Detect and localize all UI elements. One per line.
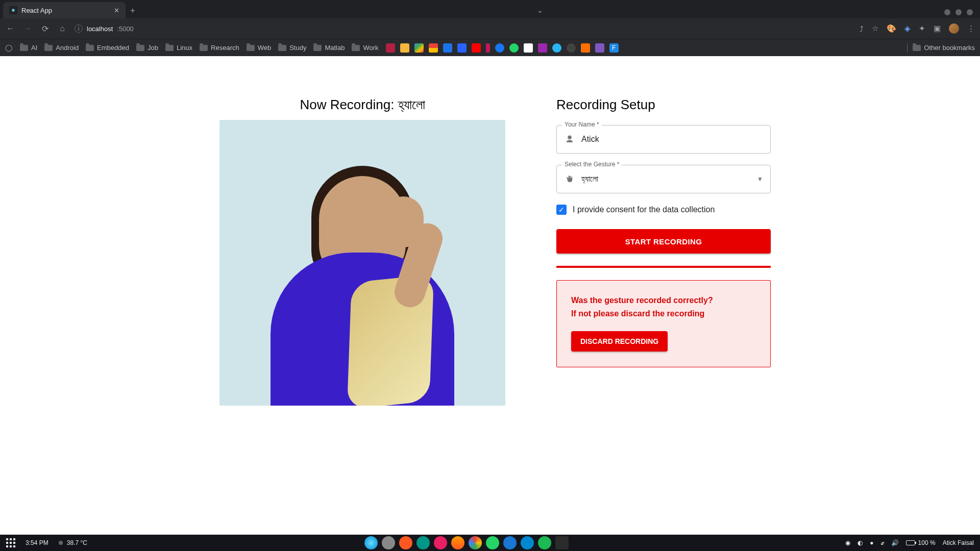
bookmark-folder-matlab[interactable]: Matlab: [313, 44, 345, 52]
bookmark-folder-web[interactable]: Web: [247, 44, 272, 52]
discord-tray-icon[interactable]: ◉: [845, 539, 850, 546]
menu-icon[interactable]: ⋮: [967, 24, 975, 33]
app-launcher-icon[interactable]: [6, 538, 15, 547]
taskbar-app-icon[interactable]: [503, 536, 517, 549]
name-field[interactable]: Your Name *: [556, 125, 771, 154]
separator: [907, 43, 908, 53]
taskbar-app-icon[interactable]: [555, 536, 569, 549]
bookmark-folder-study[interactable]: Study: [278, 44, 306, 52]
extension-dot-icon[interactable]: ◈: [904, 24, 911, 33]
bookmark-icon[interactable]: [509, 43, 519, 53]
github-bookmark[interactable]: ◯: [5, 44, 13, 52]
bookmark-star-icon[interactable]: ☆: [872, 24, 878, 33]
folder-icon: [278, 45, 286, 51]
browser-tabbar: ⚛ React App ✕ + ⌄: [0, 0, 980, 18]
sign-language-icon: [564, 174, 575, 184]
bookmark-folder-embedded[interactable]: Embedded: [86, 44, 129, 52]
gesture-field[interactable]: Select the Gesture * হ্যালো ▼: [556, 165, 771, 193]
taskbar-username[interactable]: Atick Faisal: [943, 539, 974, 546]
bookmark-folder-job[interactable]: Job: [136, 44, 158, 52]
profile-avatar[interactable]: [949, 23, 959, 34]
browser-tab-active[interactable]: ⚛ React App ✕: [3, 2, 126, 18]
url-port: :5000: [117, 25, 134, 33]
bookmark-icon[interactable]: [595, 43, 604, 53]
reload-button[interactable]: ⟳: [40, 24, 50, 34]
palette-icon[interactable]: 🎨: [887, 24, 896, 33]
taskbar-app-icon[interactable]: [416, 536, 430, 549]
other-bookmarks[interactable]: Other bookmarks: [913, 44, 975, 52]
bookmark-icon[interactable]: [429, 43, 438, 53]
bookmark-icon[interactable]: [524, 43, 533, 53]
bookmark-icon[interactable]: [443, 43, 452, 53]
bookmark-icon[interactable]: [414, 43, 424, 53]
back-button[interactable]: ←: [5, 24, 15, 33]
side-panel-icon[interactable]: ▣: [934, 24, 941, 33]
taskbar-app-icon[interactable]: [469, 536, 482, 549]
window-controls[interactable]: [944, 9, 980, 18]
name-label: Your Name *: [562, 121, 602, 128]
bookmark-icon[interactable]: [400, 43, 409, 53]
taskbar-temp[interactable]: 38.7 °C: [59, 539, 87, 546]
bookmark-icon[interactable]: [581, 43, 590, 53]
taskbar-app-icon[interactable]: [364, 536, 378, 549]
folder-icon: [200, 45, 208, 51]
start-recording-button[interactable]: START RECORDING: [556, 229, 771, 254]
bookmark-icon[interactable]: [552, 43, 561, 53]
form-panel: Recording Setup Your Name * Select the G…: [556, 97, 771, 406]
bookmark-site-icons: F: [386, 43, 619, 53]
taskbar-app-icon[interactable]: [434, 536, 447, 549]
bookmark-icon[interactable]: [567, 43, 576, 53]
taskbar-app-icon[interactable]: [382, 536, 395, 549]
bookmark-folder-android[interactable]: Android: [44, 44, 79, 52]
bookmark-icon[interactable]: [538, 43, 547, 53]
folder-icon: [20, 45, 28, 51]
browser-toolbar: ← → ⟳ ⌂ i localhost:5000 ⤴ ☆ 🎨 ◈ ✦ ▣ ⋮: [0, 18, 980, 39]
forward-button[interactable]: →: [22, 24, 33, 33]
react-favicon-icon: ⚛: [9, 6, 17, 14]
gesture-selected-value: হ্যালো: [581, 174, 751, 184]
preview-panel: Now Recording: হ্যালো: [209, 97, 516, 406]
bookmark-icon[interactable]: [472, 43, 481, 53]
folder-icon: [913, 45, 921, 51]
address-bar[interactable]: i localhost:5000: [75, 24, 134, 33]
bookmark-icon[interactable]: [457, 43, 467, 53]
bookmark-icon[interactable]: F: [609, 43, 619, 53]
os-taskbar: 3:54 PM 38.7 °C ◉ ◐ ● ⸙ 🔊 100 % Atick Fa…: [0, 535, 980, 551]
extensions-icon[interactable]: ✦: [919, 24, 925, 33]
taskbar-app-icon[interactable]: [451, 536, 464, 549]
share-icon[interactable]: ⤴: [860, 24, 864, 33]
gesture-label: Select the Gesture *: [562, 161, 622, 168]
taskbar-app-icon[interactable]: [486, 536, 499, 549]
consent-checkbox[interactable]: ✓: [556, 205, 567, 215]
tabs-overflow-icon[interactable]: ⌄: [537, 6, 547, 18]
volume-icon[interactable]: 🔊: [891, 539, 899, 546]
bookmark-icon[interactable]: [486, 43, 490, 53]
bookmark-folder-work[interactable]: Work: [352, 44, 378, 52]
site-info-icon[interactable]: i: [75, 24, 83, 33]
now-recording-heading: Now Recording: হ্যালো: [209, 97, 516, 113]
bookmark-folder-ai[interactable]: AI: [20, 44, 37, 52]
bookmark-icon[interactable]: [386, 43, 395, 53]
consent-row[interactable]: ✓ I provide consent for the data collect…: [556, 205, 771, 215]
bookmark-folder-linux[interactable]: Linux: [165, 44, 192, 52]
tray-icon[interactable]: ◐: [857, 539, 863, 546]
taskbar-app-icon[interactable]: [399, 536, 412, 549]
folder-icon: [86, 45, 94, 51]
dropdown-icon[interactable]: ▼: [757, 176, 763, 183]
wifi-icon[interactable]: ⸙: [881, 539, 884, 546]
name-input[interactable]: [581, 135, 763, 144]
taskbar-time[interactable]: 3:54 PM: [26, 539, 48, 546]
discard-recording-button[interactable]: DISCARD RECORDING: [571, 331, 668, 352]
url-host: localhost: [87, 25, 113, 33]
bookmark-icon[interactable]: [495, 43, 504, 53]
home-button[interactable]: ⌂: [57, 24, 67, 33]
folder-icon: [165, 45, 174, 51]
tab-close-icon[interactable]: ✕: [114, 7, 119, 14]
taskbar-app-icon[interactable]: [538, 536, 551, 549]
bookmark-folder-research[interactable]: Research: [200, 44, 239, 52]
battery-icon: [906, 540, 915, 545]
taskbar-app-icon[interactable]: [521, 536, 534, 549]
battery-indicator[interactable]: 100 %: [906, 539, 936, 546]
new-tab-button[interactable]: +: [126, 6, 140, 18]
tray-icon[interactable]: ●: [870, 539, 873, 546]
